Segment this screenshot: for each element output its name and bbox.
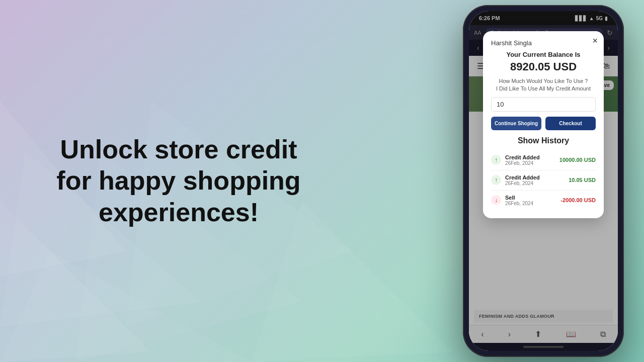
history-item-amount: 10000.00 USD: [559, 157, 596, 163]
continue-shopping-button[interactable]: Continue Shoping: [491, 117, 541, 130]
history-item: ↑Credit Added26Feb, 202410.05 USD: [491, 170, 596, 191]
history-item-amount: -2000.00 USD: [560, 197, 596, 203]
checkout-button[interactable]: Checkout: [545, 117, 596, 130]
history-item-info: Credit Added26Feb, 2024: [505, 154, 559, 166]
modal-question-line1: How Much Would You Like To Use ?: [499, 78, 588, 84]
hero-heading: Unlock store credit for happy shopping e…: [40, 134, 317, 228]
history-item-date: 26Feb, 2024: [505, 160, 559, 166]
history-item-amount: 10.05 USD: [569, 177, 596, 183]
modal-balance-title: Your Current Balance Is: [491, 51, 596, 58]
modal-balance-amount: 8920.05 USD: [491, 60, 596, 73]
credit-added-icon: ↑: [491, 175, 501, 185]
history-item: ↑Credit Added26Feb, 202410000.00 USD: [491, 150, 596, 170]
history-item-date: 26Feb, 2024: [505, 201, 560, 206]
history-item-label: Sell: [505, 195, 560, 201]
modal-close-button[interactable]: ×: [592, 36, 598, 45]
credit-added-icon: ↑: [491, 155, 501, 165]
credit-deducted-icon: ↓: [491, 195, 501, 205]
modal-buttons: Continue Shoping Checkout: [491, 117, 596, 130]
modal-user-name: Harshit Singla: [491, 39, 596, 47]
svg-marker-1: [0, 251, 252, 362]
phone-screen: 6:26 PM ▋▋▋ ▲ 5G ▮ AA 🔒 design-intern.my…: [469, 11, 618, 351]
history-item-date: 26Feb, 2024: [505, 180, 569, 186]
history-item-info: Sell26Feb, 2024: [505, 195, 560, 206]
credit-modal: × Harshit Singla Your Current Balance Is…: [483, 31, 604, 218]
modal-question-line2: I Did Like To Use All My Credit Amount: [496, 85, 591, 92]
history-item-label: Credit Added: [505, 154, 559, 160]
history-section-title: Show History: [491, 136, 596, 145]
credit-amount-input[interactable]: [491, 97, 596, 112]
history-item-label: Credit Added: [505, 174, 569, 180]
phone-mockup: 6:26 PM ▋▋▋ ▲ 5G ▮ AA 🔒 design-intern.my…: [463, 5, 624, 357]
history-item: ↓Sell26Feb, 2024-2000.00 USD: [491, 191, 596, 210]
hero-section: Unlock store credit for happy shopping e…: [40, 134, 317, 228]
modal-question-text: How Much Would You Like To Use ? I Did L…: [491, 77, 596, 93]
history-item-info: Credit Added26Feb, 2024: [505, 174, 569, 186]
history-list: ↑Credit Added26Feb, 202410000.00 USD↑Cre…: [491, 150, 596, 210]
phone-shell: 6:26 PM ▋▋▋ ▲ 5G ▮ AA 🔒 design-intern.my…: [463, 5, 624, 357]
modal-overlay: × Harshit Singla Your Current Balance Is…: [469, 11, 618, 351]
